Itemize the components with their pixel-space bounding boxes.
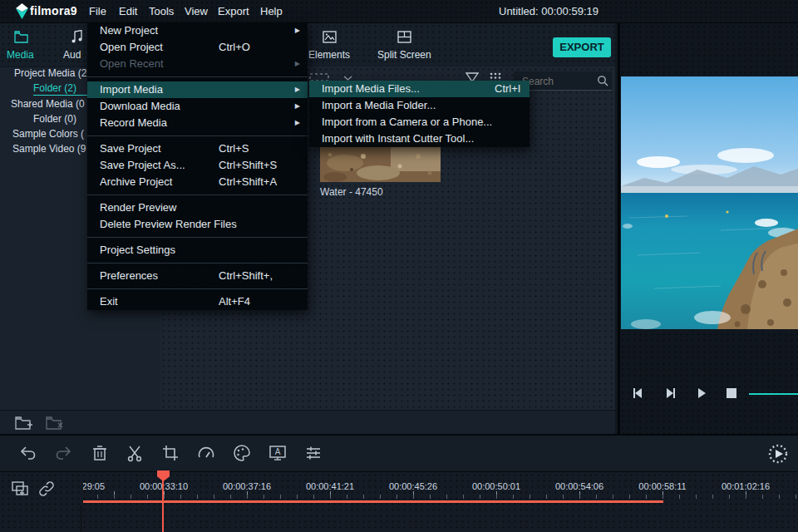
edit-toolbar: A [0,434,798,474]
menu-item-open-project[interactable]: Open ProjectCtrl+O [87,39,308,56]
ruler-label: 00:00:54:06 [555,481,603,491]
add-folder-icon[interactable] [15,416,33,431]
submenu-arrow-icon: ▶ [295,98,300,115]
delete-folder-icon[interactable] [46,416,64,431]
tree-item-sample-colors[interactable]: Sample Colors ( [12,128,84,140]
import-media-submenu: Import Media Files...Ctrl+I Import a Med… [309,81,530,147]
cut-icon[interactable] [125,443,145,463]
menu-item-record-media[interactable]: Record Media▶ [87,115,308,131]
menubar-tools[interactable]: Tools [149,5,174,17]
delete-icon[interactable] [90,443,110,463]
menu-separator [87,237,308,238]
playhead-line [162,480,164,532]
ruler-label: 00:01:02:16 [722,481,770,491]
search-input[interactable] [520,73,595,89]
menu-separator [87,76,308,77]
redo-icon[interactable] [53,443,73,463]
tab-media[interactable]: Media [7,49,34,61]
ruler-minor-ticks [83,495,798,499]
ruler-label: 00:00:37:16 [223,481,271,491]
color-icon[interactable] [232,443,252,463]
tab-split-screen[interactable]: Split Screen [377,49,431,61]
elements-icon [323,31,337,43]
app-logo-text: filmora9 [30,4,77,17]
tab-elements[interactable]: Elements [308,49,350,61]
menu-item-import-from-camera-or-phone[interactable]: Import from a Camera or a Phone... [309,114,530,131]
split-screen-icon [397,31,411,43]
submenu-arrow-icon: ▶ [295,56,300,72]
menu-item-render-preview[interactable]: Render Preview [87,200,308,216]
tab-audio[interactable]: Aud [63,49,81,61]
menu-item-import-media-files[interactable]: Import Media Files...Ctrl+I [309,81,530,97]
filmora-logo-icon [15,3,29,19]
menu-item-exit[interactable]: ExitAlt+F4 [87,293,308,310]
tree-item-sample-video[interactable]: Sample Video (9 [12,143,86,155]
menubar-export[interactable]: Export [218,5,249,17]
crop-icon[interactable] [160,443,180,463]
next-frame-icon[interactable] [663,386,677,401]
preview-panel [618,23,798,434]
timeline: 00:00:29:05 00:00:33:10 00:00:37:16 00:0… [0,472,798,532]
menu-item-preferences[interactable]: PreferencesCtrl+Shift+, [87,268,308,284]
track-header-divider [81,505,81,532]
ruler-label: 00:00:45:26 [389,481,437,491]
menu-separator [87,288,308,289]
submenu-arrow-icon: ▶ [295,22,300,39]
play-icon[interactable] [694,386,709,401]
ruler-label: 00:00:41:21 [306,481,354,491]
adjust-icon[interactable] [303,443,323,463]
file-menu: New Project▶ Open ProjectCtrl+O Open Rec… [87,22,308,310]
speed-icon[interactable] [196,443,216,463]
timeline-clip-bar[interactable] [83,500,663,503]
link-icon[interactable] [38,480,55,497]
undo-icon[interactable] [18,443,38,463]
ruler-label: 00:00:58:11 [638,481,686,491]
menu-item-delete-preview-render-files[interactable]: Delete Preview Render Files [87,216,308,233]
svg-text:A: A [275,447,281,456]
preview-video-frame[interactable] [621,76,798,329]
preview-slider[interactable] [749,393,798,395]
menu-item-import-a-media-folder[interactable]: Import a Media Folder... [309,97,530,114]
add-track-icon[interactable] [11,480,31,499]
text-icon[interactable]: A [268,443,288,463]
stop-icon[interactable] [724,386,739,401]
menu-item-import-with-instant-cutter[interactable]: Import with Instant Cutter Tool... [309,131,530,147]
media-panel-footer [0,410,615,435]
menu-item-save-project-as[interactable]: Save Project As...Ctrl+Shift+S [87,157,308,174]
menu-item-save-project[interactable]: Save ProjectCtrl+S [87,140,308,157]
media-folder-icon [14,31,28,43]
submenu-arrow-icon: ▶ [295,81,300,98]
filmora-app: filmora9 File Edit Tools View Export Hel… [0,0,798,532]
clip-label: Water - 47450 [320,186,383,198]
ruler-label: 00:00:33:10 [140,481,188,491]
menubar-file[interactable]: File [89,5,106,17]
menubar-help[interactable]: Help [260,5,283,17]
menu-separator [87,263,308,264]
menu-item-download-media[interactable]: Download Media▶ [87,98,308,115]
search-icon[interactable] [597,75,608,86]
tree-item-folder-0[interactable]: Folder (0) [33,113,76,125]
ruler-label: 00:00:50:01 [472,481,520,491]
title-bar: filmora9 File Edit Tools View Export Hel… [0,0,798,23]
tree-item-folder-2[interactable]: Folder (2) [33,82,87,96]
menu-separator [87,135,308,136]
menu-item-open-recent[interactable]: Open Recent▶ [87,56,308,72]
project-title: Untitled: 00:00:59:19 [466,5,632,17]
submenu-arrow-icon: ▶ [295,115,300,131]
render-preview-icon[interactable] [767,443,787,463]
tree-item-project-media[interactable]: Project Media (2 [14,67,86,79]
menubar-view[interactable]: View [185,5,208,17]
menu-item-project-settings[interactable]: Project Settings [87,242,308,259]
menu-item-new-project[interactable]: New Project▶ [87,22,308,39]
menu-item-archive-project[interactable]: Archive ProjectCtrl+Shift+A [87,174,308,190]
menu-item-import-media[interactable]: Import Media▶ [87,81,308,98]
menubar-edit[interactable]: Edit [119,5,137,17]
audio-note-icon [71,30,83,44]
ruler-label: 00:00:29:05 [83,481,105,491]
previous-frame-icon[interactable] [631,386,646,401]
tree-item-shared-media[interactable]: Shared Media (0 [11,98,85,110]
export-button[interactable]: EXPORT [553,37,611,57]
menu-separator [87,195,308,195]
